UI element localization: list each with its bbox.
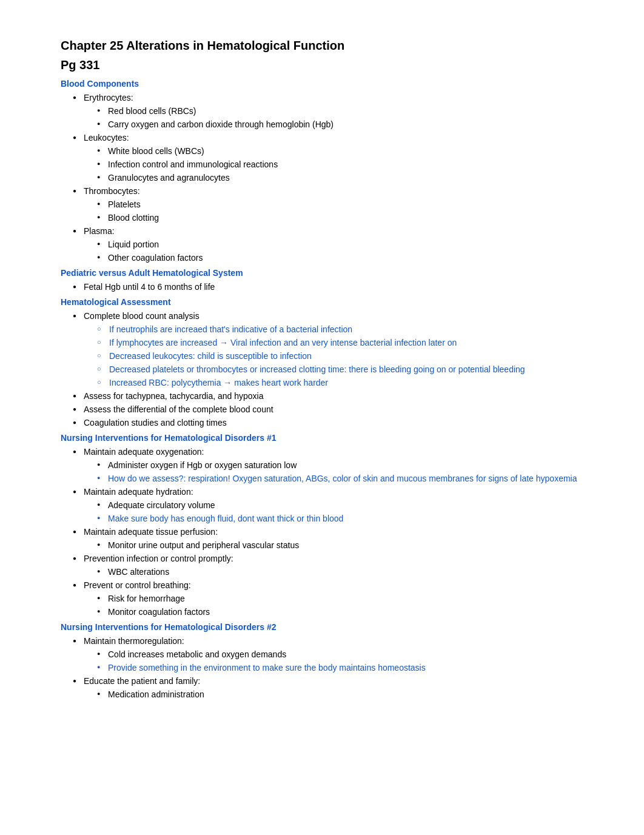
list-item: White blood cells (WBCs)	[97, 145, 595, 158]
section-heading-nursing-interventions-2: Nursing Interventions for Hematological …	[61, 621, 595, 634]
list-item: Administer oxygen if Hgb or oxygen satur…	[97, 459, 595, 472]
item-text: Educate the patient and family:	[84, 676, 200, 686]
list-item: If lymphocytes are increased → Viral inf…	[97, 337, 595, 349]
list-item: Maintain thermoregulation:Cold increases…	[73, 635, 595, 674]
list-item: Plasma:Liquid portionOther coagulation f…	[73, 225, 595, 264]
list-item: Maintain adequate oxygenation:Administer…	[73, 446, 595, 485]
item-text: Fetal Hgb until 4 to 6 months of life	[84, 282, 215, 292]
item-text: Erythrocytes:	[84, 93, 133, 102]
section-heading-blood-components: Blood Components	[61, 78, 595, 90]
list-item: Platelets	[97, 198, 595, 211]
list-item: Increased RBC: polycythemia → makes hear…	[97, 377, 595, 389]
list-item: Decreased platelets or thrombocytes or i…	[97, 363, 595, 376]
section-heading-hematological-assessment: Hematological Assessment	[61, 296, 595, 309]
title-line2: Pg 331	[61, 56, 595, 74]
list-item: Medication administration	[97, 688, 595, 701]
list-item: Erythrocytes:Red blood cells (RBCs)Carry…	[73, 92, 595, 131]
item-text: Plasma:	[84, 226, 115, 236]
list-item: Complete blood count analysisIf neutroph…	[73, 310, 595, 389]
list-item: Assess for tachypnea, tachycardia, and h…	[73, 390, 595, 403]
list-item: Adequate circulatory volume	[97, 499, 595, 512]
section-nursing-interventions-1: Nursing Interventions for Hematological …	[61, 432, 595, 619]
list-item: Assess the differential of the complete …	[73, 403, 595, 416]
item-text: Prevention infection or control promptly…	[84, 554, 233, 563]
section-pediatric-vs-adult: Pediatric versus Adult Hematological Sys…	[61, 267, 595, 293]
item-text: Maintain adequate oxygenation:	[84, 447, 204, 457]
list-item: Liquid portion	[97, 238, 595, 251]
section-blood-components: Blood ComponentsErythrocytes:Red blood c…	[61, 78, 595, 264]
item-text: Leukocytes:	[84, 133, 129, 143]
list-item: Other coagulation factors	[97, 252, 595, 264]
list-item: Make sure body has enough fluid, dont wa…	[97, 512, 595, 525]
list-item: How do we assess?: respiration! Oxygen s…	[97, 472, 595, 485]
item-text: Maintain adequate hydration:	[84, 487, 193, 497]
item-text: Maintain adequate tissue perfusion:	[84, 527, 218, 537]
list-item: Educate the patient and family:Medicatio…	[73, 675, 595, 701]
section-heading-pediatric-vs-adult: Pediatric versus Adult Hematological Sys…	[61, 267, 595, 280]
list-item: Leukocytes:White blood cells (WBCs)Infec…	[73, 132, 595, 184]
item-text: Complete blood count analysis	[84, 311, 200, 321]
list-item: Monitor coagulation factors	[97, 606, 595, 619]
section-heading-nursing-interventions-1: Nursing Interventions for Hematological …	[61, 432, 595, 444]
item-text: Coagulation studies and clotting times	[84, 418, 227, 428]
list-item: Red blood cells (RBCs)	[97, 105, 595, 118]
list-item: Monitor urine output and peripheral vasc…	[97, 539, 595, 552]
item-text: Prevent or control breathing:	[84, 580, 191, 590]
list-item: WBC alterations	[97, 566, 595, 578]
item-text: Assess the differential of the complete …	[84, 404, 273, 414]
page-container: Chapter 25 Alterations in Hematological …	[61, 36, 595, 701]
list-item: Provide something in the environment to …	[97, 662, 595, 674]
list-item: Blood clotting	[97, 212, 595, 224]
list-item: Fetal Hgb until 4 to 6 months of life	[73, 281, 595, 293]
list-item: Thrombocytes:PlateletsBlood clotting	[73, 185, 595, 224]
list-item: Granulocytes and agranulocytes	[97, 172, 595, 184]
list-item: Maintain adequate hydration:Adequate cir…	[73, 486, 595, 525]
list-item: Infection control and immunological reac…	[97, 158, 595, 171]
list-item: If neutrophils are increaed that's indic…	[97, 323, 595, 336]
section-nursing-interventions-2: Nursing Interventions for Hematological …	[61, 621, 595, 701]
list-item: Coagulation studies and clotting times	[73, 417, 595, 429]
list-item: Maintain adequate tissue perfusion:Monit…	[73, 526, 595, 552]
title-line1: Chapter 25 Alterations in Hematological …	[61, 36, 595, 55]
chapter-title: Chapter 25 Alterations in Hematological …	[61, 36, 595, 74]
item-text: Maintain thermoregulation:	[84, 636, 184, 646]
section-hematological-assessment: Hematological AssessmentComplete blood c…	[61, 296, 595, 429]
list-item: Prevent or control breathing:Risk for he…	[73, 579, 595, 619]
item-text: Assess for tachypnea, tachycardia, and h…	[84, 391, 264, 401]
item-text: Thrombocytes:	[84, 186, 140, 196]
list-item: Carry oxygen and carbon dioxide through …	[97, 118, 595, 131]
list-item: Prevention infection or control promptly…	[73, 552, 595, 578]
list-item: Risk for hemorrhage	[97, 592, 595, 605]
list-item: Decreased leukocytes: child is susceptib…	[97, 350, 595, 363]
list-item: Cold increases metabolic and oxygen dema…	[97, 648, 595, 661]
